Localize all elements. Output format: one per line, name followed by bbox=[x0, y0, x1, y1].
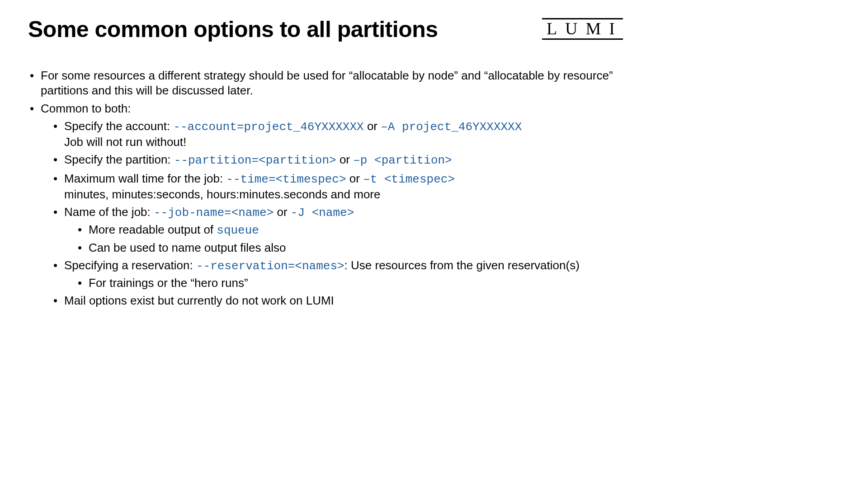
bullet-output-files: Can be used to name output files also bbox=[77, 240, 623, 255]
code-partition-short: –p <partition> bbox=[353, 154, 452, 167]
bullet-account: Specify the account: --account=project_4… bbox=[52, 119, 623, 150]
bullet-strategy-note: For some resources a different strategy … bbox=[28, 68, 623, 99]
code-jobname-short: -J <name> bbox=[291, 206, 354, 220]
text: Specify the partition: bbox=[64, 153, 174, 166]
text: For trainings or the “hero runs” bbox=[89, 276, 248, 290]
bullet-job-name: Name of the job: --job-name=<name> or -J… bbox=[52, 205, 623, 255]
bullet-reservation: Specifying a reservation: --reservation=… bbox=[52, 258, 623, 291]
text: For some resources a different strategy … bbox=[41, 69, 613, 97]
text: Mail options exist but currently do not … bbox=[64, 294, 334, 307]
code-account-long: --account=project_46YXXXXXX bbox=[173, 120, 363, 134]
text: Maximum wall time for the job: bbox=[64, 172, 226, 185]
code-squeue: squeue bbox=[217, 224, 259, 237]
bullet-common-to-both: Common to both: Specify the account: --a… bbox=[28, 101, 623, 309]
header: Some common options to all partitions LU… bbox=[28, 17, 623, 42]
text: More readable output of bbox=[89, 223, 217, 236]
text-continuation: Job will not run without! bbox=[64, 135, 623, 150]
text: : Use resources from the given reservati… bbox=[344, 258, 580, 272]
text: Can be used to name output files also bbox=[89, 241, 286, 254]
slide-title: Some common options to all partitions bbox=[28, 17, 438, 42]
code-reservation: --reservation=<names> bbox=[196, 259, 344, 273]
bullet-time: Maximum wall time for the job: --time=<t… bbox=[52, 171, 623, 202]
bullet-partition: Specify the partition: --partition=<part… bbox=[52, 152, 623, 168]
slide-content: For some resources a different strategy … bbox=[28, 68, 623, 309]
text: or bbox=[346, 172, 363, 185]
text: Name of the job: bbox=[64, 205, 154, 219]
text: Specifying a reservation: bbox=[64, 258, 196, 272]
text: or bbox=[336, 153, 354, 166]
text: or bbox=[274, 205, 291, 219]
text: or bbox=[364, 119, 381, 133]
text: Specify the account: bbox=[64, 119, 173, 133]
text-continuation: minutes, minutes:seconds, hours:minutes.… bbox=[64, 187, 623, 202]
bullet-squeue: More readable output of squeue bbox=[77, 222, 623, 238]
code-jobname-long: --job-name=<name> bbox=[154, 206, 274, 220]
code-account-short: –A project_46YXXXXXX bbox=[381, 120, 522, 134]
code-time-short: –t <timespec> bbox=[363, 173, 455, 186]
bullet-hero-runs: For trainings or the “hero runs” bbox=[77, 276, 623, 291]
code-partition-long: --partition=<partition> bbox=[174, 154, 336, 167]
lumi-logo: LUMI bbox=[542, 18, 623, 40]
text: Common to both: bbox=[41, 102, 131, 115]
slide: Some common options to all partitions LU… bbox=[0, 0, 651, 329]
code-time-long: --time=<timespec> bbox=[226, 173, 346, 186]
bullet-mail-options: Mail options exist but currently do not … bbox=[52, 293, 623, 308]
